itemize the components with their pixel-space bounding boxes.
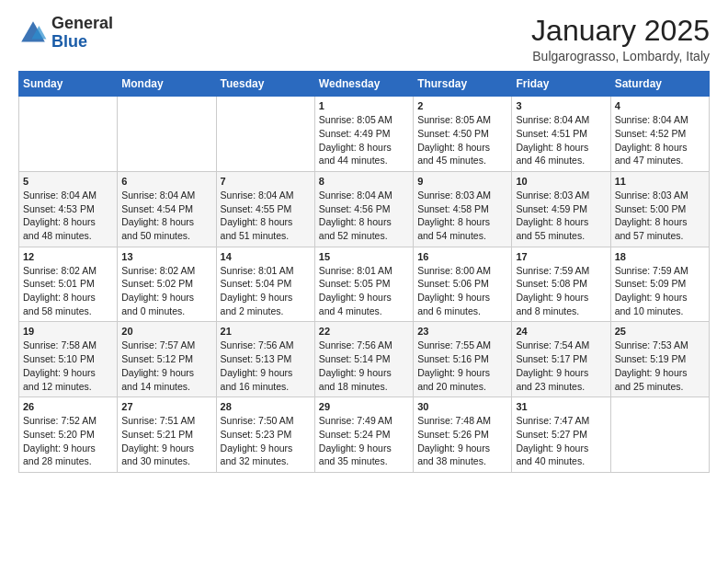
day-number: 17 xyxy=(516,251,606,262)
table-row: 29Sunrise: 7:49 AMSunset: 5:24 PMDayligh… xyxy=(314,397,413,473)
calendar-header-row: Sunday Monday Tuesday Wednesday Thursday… xyxy=(19,72,710,97)
table-row: 24Sunrise: 7:54 AMSunset: 5:17 PMDayligh… xyxy=(512,322,610,397)
col-thursday: Thursday xyxy=(414,72,512,97)
day-number: 29 xyxy=(319,401,409,412)
table-row: 11Sunrise: 8:03 AMSunset: 5:00 PMDayligh… xyxy=(610,171,709,247)
day-number: 16 xyxy=(417,251,507,262)
table-row: 3Sunrise: 8:04 AMSunset: 4:51 PMDaylight… xyxy=(512,97,610,172)
col-wednesday: Wednesday xyxy=(314,72,413,97)
day-info: Sunrise: 7:56 AMSunset: 5:13 PMDaylight:… xyxy=(221,339,311,393)
day-number: 18 xyxy=(615,251,705,262)
day-number: 25 xyxy=(615,326,705,337)
col-saturday: Saturday xyxy=(610,72,709,97)
day-number: 23 xyxy=(417,326,507,337)
day-info: Sunrise: 7:55 AMSunset: 5:16 PMDaylight:… xyxy=(417,339,507,393)
day-number: 31 xyxy=(516,401,606,412)
day-info: Sunrise: 7:52 AMSunset: 5:20 PMDaylight:… xyxy=(23,414,113,468)
day-number: 21 xyxy=(221,326,311,337)
day-info: Sunrise: 7:50 AMSunset: 5:23 PMDaylight:… xyxy=(221,414,311,468)
day-info: Sunrise: 7:59 AMSunset: 5:09 PMDaylight:… xyxy=(615,264,705,318)
day-number: 14 xyxy=(221,251,311,262)
day-info: Sunrise: 8:01 AMSunset: 5:05 PMDaylight:… xyxy=(319,264,409,318)
table-row: 30Sunrise: 7:48 AMSunset: 5:26 PMDayligh… xyxy=(414,397,512,473)
logo: General Blue xyxy=(18,15,113,52)
table-row: 5Sunrise: 8:04 AMSunset: 4:53 PMDaylight… xyxy=(19,171,118,247)
day-info: Sunrise: 7:47 AMSunset: 5:27 PMDaylight:… xyxy=(516,414,606,468)
day-info: Sunrise: 8:05 AMSunset: 4:49 PMDaylight:… xyxy=(319,113,409,167)
table-row: 15Sunrise: 8:01 AMSunset: 5:05 PMDayligh… xyxy=(314,247,413,322)
day-number: 12 xyxy=(23,251,113,262)
table-row xyxy=(118,97,216,172)
table-row: 14Sunrise: 8:01 AMSunset: 5:04 PMDayligh… xyxy=(216,247,314,322)
day-number: 26 xyxy=(23,401,113,412)
day-info: Sunrise: 7:56 AMSunset: 5:14 PMDaylight:… xyxy=(319,339,409,393)
day-info: Sunrise: 7:49 AMSunset: 5:24 PMDaylight:… xyxy=(319,414,409,468)
day-info: Sunrise: 7:59 AMSunset: 5:08 PMDaylight:… xyxy=(516,264,606,318)
calendar-week-row: 5Sunrise: 8:04 AMSunset: 4:53 PMDaylight… xyxy=(19,171,710,247)
day-number: 22 xyxy=(319,326,409,337)
calendar-week-row: 19Sunrise: 7:58 AMSunset: 5:10 PMDayligh… xyxy=(19,322,710,397)
day-number: 13 xyxy=(121,251,211,262)
table-row: 16Sunrise: 8:00 AMSunset: 5:06 PMDayligh… xyxy=(414,247,512,322)
day-number: 11 xyxy=(615,176,705,187)
table-row: 21Sunrise: 7:56 AMSunset: 5:13 PMDayligh… xyxy=(216,322,314,397)
table-row: 1Sunrise: 8:05 AMSunset: 4:49 PMDaylight… xyxy=(314,97,413,172)
col-sunday: Sunday xyxy=(19,72,118,97)
day-info: Sunrise: 7:57 AMSunset: 5:12 PMDaylight:… xyxy=(121,339,211,393)
day-number: 8 xyxy=(319,176,409,187)
day-number: 1 xyxy=(319,100,409,111)
day-info: Sunrise: 8:03 AMSunset: 4:58 PMDaylight:… xyxy=(417,189,507,243)
day-info: Sunrise: 8:04 AMSunset: 4:52 PMDaylight:… xyxy=(615,113,705,167)
day-info: Sunrise: 8:04 AMSunset: 4:51 PMDaylight:… xyxy=(516,113,606,167)
day-info: Sunrise: 7:58 AMSunset: 5:10 PMDaylight:… xyxy=(23,339,113,393)
logo-general-text: General xyxy=(51,14,113,32)
day-info: Sunrise: 8:00 AMSunset: 5:06 PMDaylight:… xyxy=(417,264,507,318)
table-row: 4Sunrise: 8:04 AMSunset: 4:52 PMDaylight… xyxy=(610,97,709,172)
day-info: Sunrise: 7:48 AMSunset: 5:26 PMDaylight:… xyxy=(417,414,507,468)
day-info: Sunrise: 8:02 AMSunset: 5:01 PMDaylight:… xyxy=(23,264,113,318)
day-number: 2 xyxy=(417,100,507,111)
col-friday: Friday xyxy=(512,72,610,97)
day-number: 6 xyxy=(121,176,211,187)
day-number: 27 xyxy=(121,401,211,412)
table-row: 25Sunrise: 7:53 AMSunset: 5:19 PMDayligh… xyxy=(610,322,709,397)
day-number: 10 xyxy=(516,176,606,187)
table-row: 26Sunrise: 7:52 AMSunset: 5:20 PMDayligh… xyxy=(19,397,118,473)
table-row xyxy=(610,397,709,473)
table-row: 23Sunrise: 7:55 AMSunset: 5:16 PMDayligh… xyxy=(414,322,512,397)
day-number: 19 xyxy=(23,326,113,337)
page-container: General Blue January 2025 Bulgarograsso,… xyxy=(0,0,728,488)
day-info: Sunrise: 7:53 AMSunset: 5:19 PMDaylight:… xyxy=(615,339,705,393)
day-info: Sunrise: 8:03 AMSunset: 4:59 PMDaylight:… xyxy=(516,189,606,243)
table-row xyxy=(216,97,314,172)
table-row: 22Sunrise: 7:56 AMSunset: 5:14 PMDayligh… xyxy=(314,322,413,397)
table-row: 18Sunrise: 7:59 AMSunset: 5:09 PMDayligh… xyxy=(610,247,709,322)
col-monday: Monday xyxy=(118,72,216,97)
title-block: January 2025 Bulgarograsso, Lombardy, It… xyxy=(531,15,710,63)
day-info: Sunrise: 8:02 AMSunset: 5:02 PMDaylight:… xyxy=(121,264,211,318)
table-row: 7Sunrise: 8:04 AMSunset: 4:55 PMDaylight… xyxy=(216,171,314,247)
table-row: 6Sunrise: 8:04 AMSunset: 4:54 PMDaylight… xyxy=(118,171,216,247)
page-header: General Blue January 2025 Bulgarograsso,… xyxy=(18,15,710,63)
table-row: 2Sunrise: 8:05 AMSunset: 4:50 PMDaylight… xyxy=(414,97,512,172)
table-row: 12Sunrise: 8:02 AMSunset: 5:01 PMDayligh… xyxy=(19,247,118,322)
day-number: 5 xyxy=(23,176,113,187)
day-info: Sunrise: 7:51 AMSunset: 5:21 PMDaylight:… xyxy=(121,414,211,468)
day-number: 30 xyxy=(417,401,507,412)
day-number: 9 xyxy=(417,176,507,187)
day-info: Sunrise: 8:04 AMSunset: 4:53 PMDaylight:… xyxy=(23,189,113,243)
day-number: 7 xyxy=(221,176,311,187)
day-number: 15 xyxy=(319,251,409,262)
table-row: 8Sunrise: 8:04 AMSunset: 4:56 PMDaylight… xyxy=(314,171,413,247)
col-tuesday: Tuesday xyxy=(216,72,314,97)
month-title: January 2025 xyxy=(531,15,710,47)
calendar-table: Sunday Monday Tuesday Wednesday Thursday… xyxy=(18,71,710,473)
day-info: Sunrise: 8:05 AMSunset: 4:50 PMDaylight:… xyxy=(417,113,507,167)
table-row: 31Sunrise: 7:47 AMSunset: 5:27 PMDayligh… xyxy=(512,397,610,473)
table-row: 28Sunrise: 7:50 AMSunset: 5:23 PMDayligh… xyxy=(216,397,314,473)
logo-icon xyxy=(18,18,48,48)
table-row: 19Sunrise: 7:58 AMSunset: 5:10 PMDayligh… xyxy=(19,322,118,397)
calendar-week-row: 1Sunrise: 8:05 AMSunset: 4:49 PMDaylight… xyxy=(19,97,710,172)
day-info: Sunrise: 8:01 AMSunset: 5:04 PMDaylight:… xyxy=(221,264,311,318)
calendar-week-row: 26Sunrise: 7:52 AMSunset: 5:20 PMDayligh… xyxy=(19,397,710,473)
